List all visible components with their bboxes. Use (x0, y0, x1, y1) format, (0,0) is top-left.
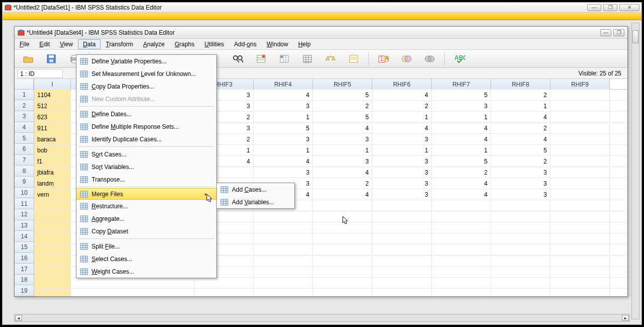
menu-file[interactable]: File (15, 39, 34, 49)
menu-item-copy-dataset[interactable]: Copy Dataset (76, 225, 216, 237)
row-header[interactable]: 5 (15, 133, 34, 144)
cell[interactable] (313, 289, 372, 296)
cell[interactable] (550, 189, 610, 200)
row-header[interactable]: 16 (15, 253, 34, 264)
cell[interactable] (254, 211, 313, 222)
select-cases-button[interactable] (344, 51, 363, 66)
cell[interactable] (313, 278, 372, 288)
row-header[interactable]: 13 (15, 220, 34, 231)
cell[interactable] (550, 156, 610, 167)
cell[interactable] (372, 267, 432, 277)
cell-id[interactable]: vern (34, 189, 71, 200)
cell[interactable]: 3 (254, 134, 313, 144)
cell[interactable] (372, 289, 432, 296)
merge-files-submenu[interactable]: Add Cases...Add Variables... (216, 183, 295, 209)
cell[interactable]: 5 (432, 156, 491, 167)
col-header-rhif6[interactable]: RHIF6 (372, 79, 432, 90)
maximize-button[interactable]: ❐ (613, 29, 624, 36)
cell[interactable] (313, 267, 372, 277)
menu-item-restructure[interactable]: Restructure... (76, 200, 216, 212)
cell[interactable]: 1 (313, 145, 372, 155)
cell-id[interactable]: 512 (34, 101, 71, 111)
cell-id[interactable] (34, 278, 71, 288)
menu-edit[interactable]: Edit (34, 39, 55, 49)
menu-item-add-cases[interactable]: Add Cases... (217, 183, 294, 196)
menu-graphs[interactable]: Graphs (170, 39, 199, 49)
cell[interactable]: 3 (491, 189, 550, 200)
cell-id[interactable]: baraca (34, 134, 71, 144)
open-button[interactable] (19, 51, 38, 66)
cell[interactable] (550, 123, 610, 133)
cell[interactable]: 3 (254, 167, 313, 178)
menu-help[interactable]: Help (293, 39, 316, 49)
insert-case-button[interactable] (252, 51, 271, 66)
cell[interactable]: 3 (313, 156, 372, 167)
menu-item-copy-data-properties[interactable]: Copy Data Properties... (76, 80, 216, 93)
cell-reference-box[interactable]: 1 : ID (18, 69, 63, 78)
cell-id[interactable]: bob (34, 145, 71, 155)
cell[interactable]: 5 (491, 145, 550, 155)
row-header[interactable]: 17 (15, 264, 34, 275)
cell[interactable] (372, 233, 432, 244)
col-header-rhif7[interactable]: RHIF7 (432, 79, 491, 90)
inner-titlebar[interactable]: *Untitled4 [DataSet4] - IBM SPSS Statist… (15, 27, 627, 39)
cell[interactable]: 4 (254, 90, 313, 100)
menu-add-ons[interactable]: Add-ons (229, 39, 262, 49)
cell[interactable]: 4 (491, 134, 550, 144)
cell[interactable]: 2 (313, 178, 372, 189)
cell[interactable] (550, 145, 610, 155)
cell[interactable] (254, 222, 313, 233)
cell-id[interactable]: 623 (34, 112, 71, 122)
row-header[interactable]: 19 (15, 285, 34, 296)
cell[interactable]: 1 (254, 145, 313, 155)
menu-item-transpose[interactable]: Transpose... (76, 173, 216, 186)
cell[interactable]: 4 (491, 112, 550, 122)
menu-item-set-measurement-level-for-unknown[interactable]: Set Measurement Level for Unknown... (76, 67, 216, 80)
menu-item-select-cases[interactable]: Select Cases... (76, 253, 216, 265)
cell[interactable]: 2 (491, 156, 550, 167)
cell[interactable]: 1 (254, 112, 313, 122)
cell[interactable] (194, 278, 254, 288)
cell[interactable] (432, 233, 491, 244)
menubar[interactable]: FileEditViewDataTransformAnalyzeGraphsUt… (15, 39, 627, 50)
cell[interactable] (372, 211, 432, 222)
cell[interactable]: 5 (254, 123, 313, 133)
horizontal-scrollbar[interactable]: ◂ ▸ (14, 314, 630, 322)
split-file-button[interactable] (298, 51, 317, 66)
cell[interactable] (313, 211, 372, 222)
cell[interactable] (313, 222, 372, 233)
cell[interactable]: 4 (432, 123, 491, 133)
cell[interactable] (550, 244, 610, 255)
minimize-button[interactable]: — (600, 29, 611, 36)
cell[interactable] (550, 101, 610, 111)
cell[interactable] (550, 200, 610, 211)
cell[interactable]: 4 (254, 156, 313, 167)
cell[interactable] (254, 244, 313, 255)
cell[interactable]: 2 (313, 101, 372, 111)
menu-analyze[interactable]: Analyze (138, 39, 170, 49)
cell[interactable] (491, 211, 550, 222)
cell[interactable] (491, 244, 550, 255)
cell[interactable] (432, 267, 491, 277)
cell[interactable]: 3 (254, 101, 313, 111)
insert-variable-button[interactable] (275, 51, 294, 66)
weight-button[interactable] (321, 51, 340, 66)
cell[interactable]: 3 (491, 167, 550, 178)
cell[interactable] (550, 167, 610, 178)
cell[interactable] (372, 278, 432, 288)
cell[interactable] (254, 289, 313, 296)
cell[interactable] (550, 256, 610, 266)
cell-id[interactable] (34, 267, 71, 277)
spellcheck-button[interactable]: ABC (450, 51, 469, 66)
close-button[interactable]: ✕ (619, 4, 639, 11)
cell[interactable] (194, 289, 254, 296)
use-sets-button[interactable] (397, 51, 416, 66)
menu-item-weight-cases[interactable]: Weight Cases... (76, 265, 216, 278)
cell[interactable] (372, 200, 432, 211)
menu-transform[interactable]: Transform (101, 39, 138, 49)
minimize-button[interactable]: — (587, 4, 601, 11)
cell[interactable] (491, 278, 550, 288)
cell[interactable]: 3 (491, 178, 550, 189)
row-header[interactable]: 3 (15, 111, 34, 122)
cell[interactable] (313, 244, 372, 255)
